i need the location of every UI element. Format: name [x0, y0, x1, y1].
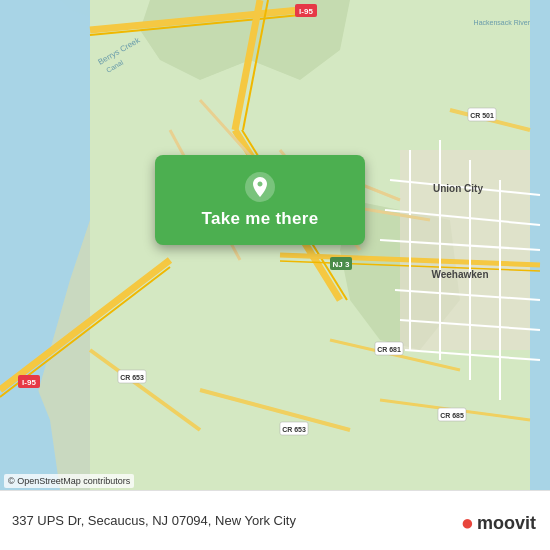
svg-text:CR 653: CR 653 — [120, 374, 144, 381]
svg-text:I-95: I-95 — [299, 7, 313, 16]
svg-text:CR 685: CR 685 — [440, 412, 464, 419]
location-pin-icon — [244, 171, 276, 203]
svg-text:Union City: Union City — [433, 183, 483, 194]
moovit-logo: ● moovit — [461, 510, 536, 536]
svg-text:CR 681: CR 681 — [377, 346, 401, 353]
button-label: Take me there — [202, 209, 319, 229]
moovit-wordmark: moovit — [477, 513, 536, 534]
osm-attribution: © OpenStreetMap contributors — [4, 474, 134, 488]
svg-rect-2 — [530, 0, 550, 490]
bottom-bar: 337 UPS Dr, Secaucus, NJ 07094, New York… — [0, 490, 550, 550]
svg-text:NJ 3: NJ 3 — [333, 260, 350, 269]
svg-text:CR 653: CR 653 — [282, 426, 306, 433]
svg-text:I-95: I-95 — [22, 378, 36, 387]
svg-text:CR 501: CR 501 — [470, 112, 494, 119]
svg-text:Weehawken: Weehawken — [431, 269, 488, 280]
moovit-dot: ● — [461, 510, 474, 536]
svg-rect-7 — [400, 150, 530, 350]
address-text: 337 UPS Dr, Secaucus, NJ 07094, New York… — [12, 513, 538, 528]
svg-text:Hackensack River: Hackensack River — [474, 19, 531, 26]
map-container: Berrys Creek Canal I-95 I-95 NJ 3 CR 501… — [0, 0, 550, 490]
take-me-there-button[interactable]: Take me there — [155, 155, 365, 245]
